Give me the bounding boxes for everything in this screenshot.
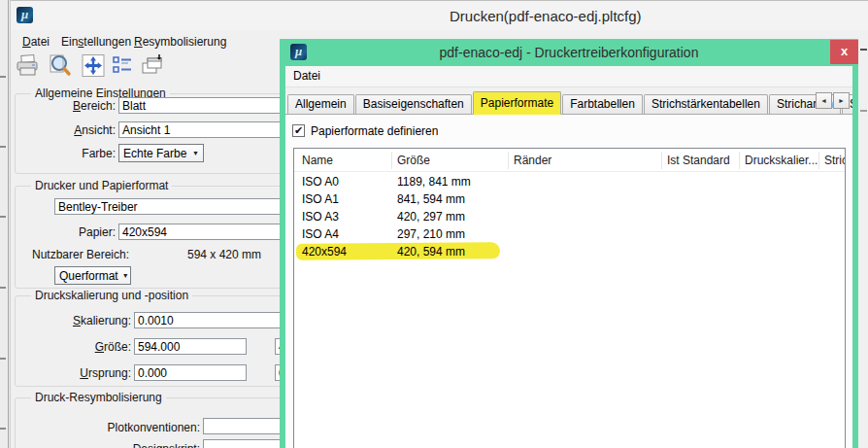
label-part: atei [31,35,50,49]
maximize-fit-button[interactable] [80,53,107,79]
tab-strichstaerkentabellen[interactable]: Strichstärkentabellen [644,94,768,114]
label-part: S [73,314,81,327]
orientation-value: Querformat [59,269,118,283]
plot-conventions-label: Plotkonventionen: [59,421,200,434]
column-separator [661,152,662,169]
copy-to-window-button[interactable] [139,53,166,79]
edge-tick [0,216,6,218]
tab-papierformate[interactable]: Papierformate [473,91,561,115]
cell-size: 1189, 841 mm [397,173,471,190]
close-button[interactable]: x [830,40,858,64]
table-row-iso-a0[interactable]: ISO A0 1189, 841 mm [294,173,845,190]
driver-select[interactable] [54,198,295,215]
arrow-right-icon: ► [838,97,845,104]
tab-farbtabellen[interactable]: Farbtabellen [562,94,643,114]
tab-page-papierformate: ✔ Papierformate definieren Name Größe Rä… [285,115,852,448]
dialog-title: pdf-enaco-edj - Druckertreiberkonfigurat… [280,45,858,60]
column-header-margins[interactable]: Ränder [514,154,551,167]
chevron-down-icon: ▼ [188,150,199,156]
groesse-x-input[interactable] [134,338,247,355]
main-window-title: Drucken(pdf-enaco-edj.pltcfg) [450,8,642,24]
cell-name: ISO A1 [302,190,339,208]
tab-strip: Allgemein Basiseigenschaften Papierforma… [285,87,852,115]
column-header-standard[interactable]: Ist Standard [667,154,730,167]
table-rows: ISO A0 1189, 841 mm ISO A1 841, 594 mm I… [294,173,845,260]
edge-tick [0,76,6,78]
table-row-420x594[interactable]: 420x594 420, 594 mm [294,243,845,260]
orientation-dropdown[interactable]: Querformat ▼ [54,266,131,285]
arrow-left-icon: ◄ [820,97,827,104]
column-separator [739,152,740,169]
table-row-iso-a1[interactable]: ISO A1 841, 594 mm [294,190,845,208]
ursprung-label: Ursprung: [40,366,131,380]
ursprung-x-input[interactable] [134,364,247,381]
table-header: Name Größe Ränder Ist Standard Druckskal… [294,149,845,172]
group-title: Drucker und Papierformat [31,179,172,192]
group-title: Druck-Resymbolisierung [31,391,166,404]
farbe-label: Farbe: [40,147,116,160]
ansicht-label: Ansicht: [40,123,116,137]
tab-basiseigenschaften[interactable]: Basiseigenschaften [355,94,472,114]
edge-tick [0,287,6,289]
attributes-list-icon [109,53,136,79]
print-attributes-button[interactable] [109,53,136,79]
define-paper-formats-label: Papierformate definieren [311,124,438,138]
label-part: röße: [104,340,131,354]
column-header-scale[interactable]: Druckskalier... [745,154,818,167]
define-paper-formats-checkbox[interactable]: ✔ [292,124,305,137]
column-header-name[interactable]: Name [302,154,333,167]
label-part: nsicht: [82,123,116,137]
printer-icon [14,53,41,79]
chevron-down-icon: ▼ [118,272,129,279]
design-script-label: Designskript: [59,442,200,448]
menu-resymbolisierung[interactable]: Resymbolisierung [134,34,226,50]
tab-scroll-left-button[interactable]: ◄ [816,92,832,109]
edge-tick [860,49,867,51]
skalierung-input[interactable] [134,312,301,328]
column-separator [818,152,819,169]
column-separator [508,152,509,169]
menu-einstellungen[interactable]: Einstellungen [61,34,131,50]
farbe-dropdown[interactable]: Echte Farbe ▼ [118,144,204,162]
edge-tick [0,358,6,360]
label-part: Ein [61,35,78,49]
tab-scroll-right-button[interactable]: ► [833,92,850,109]
dialog-body: Datei Allgemein Basiseigenschaften Papie… [285,66,852,448]
usable-area-label: Nutzbarer Bereich: [32,248,133,261]
tab-allgemein[interactable]: Allgemein [287,94,354,114]
background-window-edge [0,0,9,448]
column-separator [391,152,392,169]
menu-datei[interactable]: Datei [22,34,50,50]
label-part: B [73,99,81,113]
table-row-iso-a4[interactable]: ISO A4 297, 210 mm [294,225,845,243]
ansicht-select[interactable] [118,121,295,138]
column-header-stric[interactable]: Stric [824,154,846,167]
edge-tick [0,428,6,430]
print-button[interactable] [14,53,41,79]
label-part: ereich: [81,99,116,113]
cell-size: 297, 210 mm [397,225,465,243]
driver-config-dialog: μ pdf-enaco-edj - Druckertreiberkonfigur… [280,39,858,448]
preview-button[interactable] [47,53,74,79]
farbe-dropdown-value: Echte Farbe [123,147,186,160]
print-preview-icon [47,53,74,79]
bereich-select[interactable] [118,97,295,114]
edge-tick [0,146,6,148]
column-header-size[interactable]: Größe [397,154,430,167]
cell-size: 420, 297 mm [397,208,465,225]
group-title: Druckskalierung und -position [31,289,192,302]
bereich-label: Bereich: [40,99,116,113]
cell-size: 841, 594 mm [397,190,465,208]
label-part: U [80,366,88,380]
cell-name: ISO A3 [302,208,339,225]
dialog-menu-datei[interactable]: Datei [293,69,320,83]
cell-name: 420x594 [302,243,347,260]
table-row-iso-a3[interactable]: ISO A3 420, 297 mm [294,208,845,225]
papier-select[interactable] [118,224,295,240]
microstation-icon: μ [17,7,33,23]
copy-window-icon [139,53,166,79]
fit-arrows-icon [80,53,107,79]
cell-size: 420, 594 mm [397,243,465,260]
close-icon: x [841,44,848,58]
edge-tick [860,110,867,112]
